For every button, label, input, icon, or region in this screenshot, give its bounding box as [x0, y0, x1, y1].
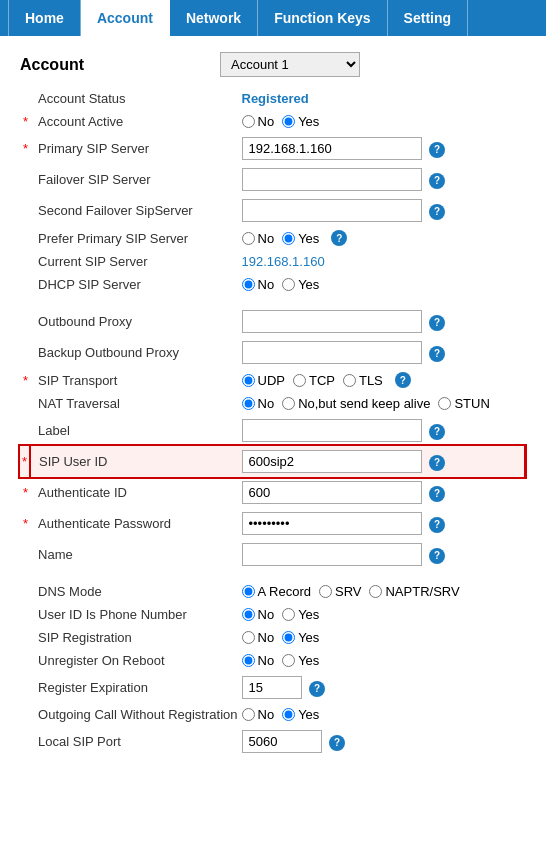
outbound-proxy-help-icon[interactable]: ?: [429, 315, 445, 331]
failover-sip-server-row: Failover SIP Server ?: [20, 164, 525, 195]
dns-naptr[interactable]: [369, 585, 382, 598]
dhcp-no-label[interactable]: No: [242, 277, 275, 292]
failover-sip-server-input[interactable]: [242, 168, 422, 191]
nat-stun[interactable]: [438, 397, 451, 410]
second-failover-help-icon[interactable]: ?: [429, 204, 445, 220]
failover-sip-server-label: Failover SIP Server: [30, 164, 239, 195]
nat-keepalive[interactable]: [282, 397, 295, 410]
sip-reg-yes[interactable]: [282, 631, 295, 644]
dhcp-yes-label[interactable]: Yes: [282, 277, 319, 292]
prefer-primary-row: Prefer Primary SIP Server No Yes ?: [20, 226, 525, 250]
user-id-phone-yes-label[interactable]: Yes: [282, 607, 319, 622]
unreg-yes[interactable]: [282, 654, 295, 667]
unregister-reboot-label: Unregister On Reboot: [30, 649, 239, 672]
outgoing-call-no[interactable]: [242, 708, 255, 721]
prefer-primary-label: Prefer Primary SIP Server: [30, 226, 239, 250]
primary-sip-server-label: Primary SIP Server: [30, 133, 239, 164]
nav-setting[interactable]: Setting: [388, 0, 468, 36]
unreg-yes-label[interactable]: Yes: [282, 653, 319, 668]
user-id-phone-no[interactable]: [242, 608, 255, 621]
current-sip-server-row: Current SIP Server 192.168.1.160: [20, 250, 525, 273]
name-input[interactable]: [242, 543, 422, 566]
nat-no-label[interactable]: No: [242, 396, 275, 411]
nav-account[interactable]: Account: [81, 0, 170, 36]
dns-srv-label[interactable]: SRV: [319, 584, 362, 599]
prefer-primary-yes-label[interactable]: Yes: [282, 231, 319, 246]
dns-a-record-label[interactable]: A Record: [242, 584, 311, 599]
sip-transport-row: * SIP Transport UDP TCP TLS ?: [20, 368, 525, 392]
unreg-no[interactable]: [242, 654, 255, 667]
dns-a-record[interactable]: [242, 585, 255, 598]
backup-outbound-proxy-help-icon[interactable]: ?: [429, 346, 445, 362]
local-sip-port-input[interactable]: [242, 730, 322, 753]
user-id-phone-yes[interactable]: [282, 608, 295, 621]
primary-sip-server-input[interactable]: [242, 137, 422, 160]
unreg-no-label[interactable]: No: [242, 653, 275, 668]
sip-transport-udp[interactable]: [242, 374, 255, 387]
second-failover-input[interactable]: [242, 199, 422, 222]
outgoing-call-no-label[interactable]: No: [242, 707, 275, 722]
account-active-label: Account Active: [30, 110, 239, 133]
sip-reg-no[interactable]: [242, 631, 255, 644]
sip-transport-udp-label[interactable]: UDP: [242, 373, 285, 388]
name-help-icon[interactable]: ?: [429, 548, 445, 564]
authenticate-id-input[interactable]: [242, 481, 422, 504]
dns-mode-label: DNS Mode: [30, 580, 239, 603]
sip-user-id-input[interactable]: [242, 450, 422, 473]
nat-traversal-label: NAT Traversal: [30, 392, 239, 415]
authenticate-id-help-icon[interactable]: ?: [429, 486, 445, 502]
outbound-proxy-row: Outbound Proxy ?: [20, 306, 525, 337]
nav-home[interactable]: Home: [8, 0, 81, 36]
sip-reg-no-label[interactable]: No: [242, 630, 275, 645]
sip-transport-tls[interactable]: [343, 374, 356, 387]
sip-transport-tcp[interactable]: [293, 374, 306, 387]
prefer-primary-help-icon[interactable]: ?: [331, 230, 347, 246]
nat-stun-label[interactable]: STUN: [438, 396, 489, 411]
prefer-primary-yes[interactable]: [282, 232, 295, 245]
label-input[interactable]: [242, 419, 422, 442]
current-sip-server-label: Current SIP Server: [30, 250, 239, 273]
outgoing-call-yes[interactable]: [282, 708, 295, 721]
unregister-reboot-row: Unregister On Reboot No Yes: [20, 649, 525, 672]
sip-transport-help-icon[interactable]: ?: [395, 372, 411, 388]
nat-no[interactable]: [242, 397, 255, 410]
nat-keepalive-label[interactable]: No,but send keep alive: [282, 396, 430, 411]
authenticate-password-input[interactable]: [242, 512, 422, 535]
primary-sip-server-help-icon[interactable]: ?: [429, 142, 445, 158]
outbound-proxy-input[interactable]: [242, 310, 422, 333]
outgoing-call-yes-label[interactable]: Yes: [282, 707, 319, 722]
prefer-primary-no-label[interactable]: No: [242, 231, 275, 246]
dhcp-yes[interactable]: [282, 278, 295, 291]
local-sip-port-label: Local SIP Port: [30, 726, 239, 757]
authenticate-password-help-icon[interactable]: ?: [429, 517, 445, 533]
local-sip-port-help-icon[interactable]: ?: [329, 735, 345, 751]
nav-function-keys[interactable]: Function Keys: [258, 0, 387, 36]
dhcp-no[interactable]: [242, 278, 255, 291]
sip-transport-label: SIP Transport: [30, 368, 239, 392]
backup-outbound-proxy-input[interactable]: [242, 341, 422, 364]
account-active-yes[interactable]: [282, 115, 295, 128]
user-id-phone-no-label[interactable]: No: [242, 607, 275, 622]
account-active-no[interactable]: [242, 115, 255, 128]
name-row: Name ?: [20, 539, 525, 570]
prefer-primary-no[interactable]: [242, 232, 255, 245]
register-expiration-help-icon[interactable]: ?: [309, 681, 325, 697]
user-id-phone-radios: No Yes: [242, 607, 524, 622]
nav-network[interactable]: Network: [170, 0, 258, 36]
account-select[interactable]: Account 1 Account 2 Account 3 Account 4 …: [220, 52, 360, 77]
account-active-no-label[interactable]: No: [242, 114, 275, 129]
sip-user-id-label: SIP User ID: [30, 446, 239, 477]
sip-registration-radios: No Yes: [242, 630, 524, 645]
account-active-yes-label[interactable]: Yes: [282, 114, 319, 129]
sip-user-id-row: * SIP User ID ?: [20, 446, 525, 477]
dns-naptr-label[interactable]: NAPTR/SRV: [369, 584, 459, 599]
dns-srv[interactable]: [319, 585, 332, 598]
outgoing-call-radios: No Yes: [242, 707, 524, 722]
sip-transport-tcp-label[interactable]: TCP: [293, 373, 335, 388]
sip-user-id-help-icon[interactable]: ?: [429, 455, 445, 471]
label-help-icon[interactable]: ?: [429, 424, 445, 440]
register-expiration-input[interactable]: [242, 676, 302, 699]
sip-reg-yes-label[interactable]: Yes: [282, 630, 319, 645]
failover-sip-server-help-icon[interactable]: ?: [429, 173, 445, 189]
sip-transport-tls-label[interactable]: TLS: [343, 373, 383, 388]
